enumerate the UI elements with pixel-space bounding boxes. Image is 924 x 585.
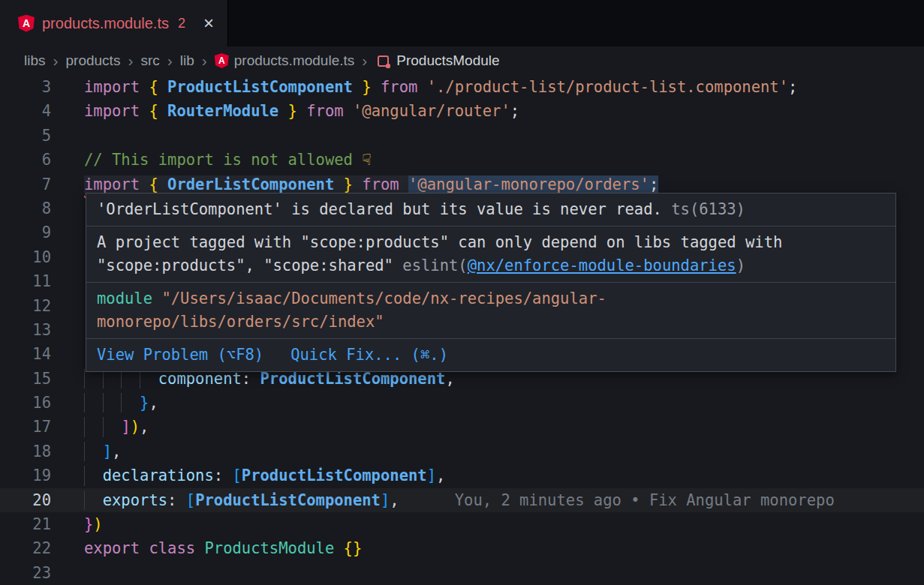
- code-line[interactable]: 19 declarations: [ProductListComponent],: [0, 464, 924, 488]
- line-number: 17: [0, 415, 51, 439]
- code-line[interactable]: 23: [0, 561, 924, 585]
- line-number: 18: [0, 440, 51, 464]
- line-number: 19: [0, 464, 51, 488]
- eslint-rule-link[interactable]: @nx/enforce-module-boundaries: [468, 256, 736, 274]
- breadcrumb-item-libs[interactable]: libs: [24, 52, 46, 69]
- code-line[interactable]: 6// This import is not allowed ☟: [0, 148, 924, 172]
- line-number: 16: [0, 391, 51, 415]
- vscode-window: A products.module.ts 2 × libs › products…: [0, 0, 924, 585]
- code-line[interactable]: 22export class ProductsModule {}: [0, 536, 924, 560]
- breadcrumb: libs › products › src › lib › A products…: [0, 46, 924, 75]
- indent-guide: [121, 393, 122, 412]
- breadcrumb-item-file[interactable]: products.module.ts: [234, 52, 355, 69]
- code-text: export class ProductsModule {}: [84, 536, 362, 560]
- ts-error-source: ts(6133): [662, 200, 745, 218]
- module-path-info: module "/Users/isaac/Documents/code/nx-r…: [86, 282, 895, 338]
- line-number: 14: [0, 342, 51, 366]
- indent-guide: [84, 369, 85, 388]
- breadcrumb-item-symbol[interactable]: ProductsModule: [396, 52, 499, 69]
- ts-error-message: 'OrderListComponent' is declared but its…: [86, 194, 895, 226]
- indent-guide: [103, 417, 104, 436]
- code-line[interactable]: 4import { RouterModule } from '@angular/…: [0, 99, 924, 123]
- breadcrumb-separator: ›: [202, 52, 207, 70]
- code-text: // This import is not allowed ☟: [84, 148, 372, 172]
- error-hover-popup: 'OrderListComponent' is declared but its…: [86, 193, 896, 372]
- code-text: },: [84, 391, 158, 415]
- line-number: 7: [0, 172, 51, 196]
- breadcrumb-separator: ›: [167, 52, 173, 70]
- quick-fix-link[interactable]: Quick Fix... (⌘.): [290, 344, 448, 367]
- code-text: ],: [84, 440, 121, 464]
- breadcrumb-item-lib[interactable]: lib: [180, 52, 194, 69]
- code-text: exports: [ProductListComponent],You, 2 m…: [84, 488, 835, 512]
- line-number: 23: [0, 561, 51, 585]
- code-line[interactable]: 16 },: [0, 391, 924, 415]
- line-number: 12: [0, 294, 51, 318]
- breadcrumb-item-products[interactable]: products: [66, 52, 121, 69]
- line-number: 4: [0, 99, 51, 123]
- git-blame-annotation: You, 2 minutes ago • Fix Angular monorep…: [455, 491, 835, 509]
- eslint-error-message: A project tagged with "scope:products" c…: [86, 226, 895, 282]
- angular-icon: A: [215, 53, 229, 68]
- line-number: 22: [0, 536, 51, 560]
- code-text: import { RouterModule } from '@angular/r…: [84, 99, 519, 123]
- code-line[interactable]: 21}): [0, 512, 924, 536]
- module-symbol-icon: [378, 56, 389, 67]
- popup-actions: View Problem (⌥F8) Quick Fix... (⌘.): [86, 338, 895, 371]
- eslint-error-line2: "scope:products", "scope:shared" eslint(…: [97, 254, 885, 278]
- code-line[interactable]: 17 ]),: [0, 415, 924, 439]
- indent-guide: [84, 393, 85, 412]
- eslint-source-open: eslint(: [402, 256, 467, 274]
- code-line[interactable]: 5: [0, 124, 924, 148]
- indent-guide: [103, 393, 104, 412]
- error-statement: import { OrderListComponent } from '@ang…: [84, 176, 658, 194]
- eslint-error-line1: A project tagged with "scope:products" c…: [97, 231, 885, 254]
- ts-error-text: 'OrderListComponent' is declared but its…: [97, 200, 662, 218]
- tab-title: products.module.ts: [42, 15, 169, 32]
- line-number: 9: [0, 220, 51, 244]
- tab-error-count-badge: 2: [178, 16, 185, 32]
- breadcrumb-separator: ›: [128, 52, 133, 70]
- angular-icon: A: [18, 15, 35, 32]
- breadcrumb-separator: ›: [53, 52, 59, 70]
- breadcrumb-separator: ›: [362, 52, 367, 70]
- module-path-line2: monorepo/libs/orders/src/index": [97, 313, 384, 331]
- code-text: }): [84, 512, 103, 536]
- line-number: 13: [0, 318, 51, 342]
- line-number: 3: [0, 75, 51, 99]
- code-line[interactable]: 3import { ProductListComponent } from '.…: [0, 75, 924, 99]
- indent-guide: [84, 417, 85, 436]
- code-text: import { ProductListComponent } from './…: [84, 75, 797, 99]
- line-number: 5: [0, 124, 51, 148]
- tab-bar: A products.module.ts 2 ×: [0, 0, 924, 46]
- line-number: 6: [0, 148, 51, 172]
- line-number: 21: [0, 512, 51, 536]
- eslint-source-close: ): [736, 256, 745, 274]
- close-icon[interactable]: ×: [203, 14, 214, 32]
- line-number: 8: [0, 196, 51, 220]
- line-number: 11: [0, 269, 51, 293]
- indent-guide: [84, 466, 85, 485]
- indent-guide: [84, 490, 85, 510]
- view-problem-link[interactable]: View Problem (⌥F8): [97, 344, 263, 367]
- code-line[interactable]: 20 exports: [ProductListComponent],You, …: [0, 488, 924, 512]
- code-text: declarations: [ProductListComponent],: [84, 464, 445, 488]
- module-keyword: module: [97, 290, 161, 308]
- line-number: 15: [0, 367, 51, 391]
- tab-products-module-ts[interactable]: A products.module.ts 2 ×: [0, 0, 228, 46]
- line-number: 20: [0, 488, 51, 512]
- code-line[interactable]: 18 ],: [0, 440, 924, 464]
- indent-guide: [84, 442, 85, 461]
- breadcrumb-item-src[interactable]: src: [140, 52, 159, 69]
- module-path-line1: "/Users/isaac/Documents/code/nx-recipes/…: [161, 290, 606, 308]
- code-text: ]),: [84, 415, 149, 439]
- line-number: 10: [0, 245, 51, 269]
